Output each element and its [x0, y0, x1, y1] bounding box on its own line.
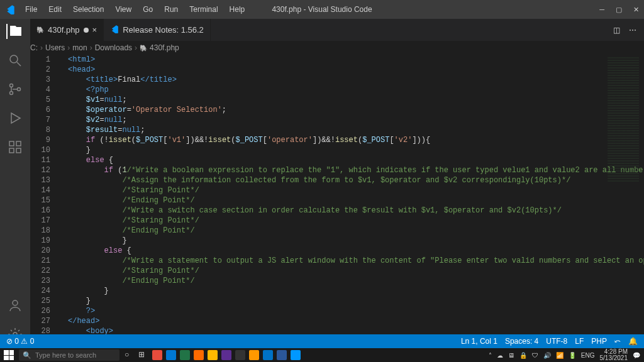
menu-go[interactable]: Go [138, 3, 158, 16]
code-line[interactable]: </head> [68, 316, 606, 326]
code-line[interactable]: $v1=null; [68, 95, 606, 105]
code-area[interactable]: <html><head> <title>Final</title> <?php … [68, 55, 606, 348]
line-number: 17 [30, 216, 50, 226]
code-line[interactable]: } [68, 145, 606, 155]
explorer-icon[interactable] [6, 24, 23, 39]
run-debug-icon[interactable] [8, 111, 23, 126]
app-icon[interactable] [249, 350, 259, 360]
code-line[interactable]: $operator='Operator Selection'; [68, 105, 606, 115]
code-line[interactable]: /*Assign the information collected from … [68, 175, 606, 185]
app-icon[interactable] [221, 350, 231, 360]
breadcrumb[interactable]: C:›Users›mon›Downloads›🐘430f.php [0, 41, 644, 55]
tray-icon[interactable]: 🔊 [543, 352, 551, 359]
source-control-icon[interactable] [8, 82, 23, 97]
close-icon[interactable]: ✕ [633, 6, 639, 14]
editor[interactable]: 1234567891011121314151617181920212223242… [30, 55, 644, 348]
code-line[interactable]: else { [68, 246, 606, 256]
task-view-icon[interactable]: ⊞ [138, 350, 148, 360]
app-icon[interactable] [235, 350, 245, 360]
app-icon[interactable] [208, 350, 218, 360]
tray-icon[interactable]: 🛡 [532, 352, 538, 359]
code-line[interactable]: /*Ending Point*/ [68, 195, 606, 206]
taskbar-search[interactable]: 🔍 Type here to search [19, 349, 119, 361]
code-line[interactable]: if (1/*Write a boolean expression to rep… [68, 165, 606, 175]
breadcrumb-segment[interactable]: Downloads [95, 43, 132, 52]
menu-selection[interactable]: Selection [68, 3, 109, 16]
menu-help[interactable]: Help [225, 3, 250, 16]
code-line[interactable]: <?php [68, 85, 606, 95]
menu-edit[interactable]: Edit [43, 3, 67, 16]
code-line[interactable]: $result=null; [68, 125, 606, 135]
status-item[interactable]: 🔔 [628, 337, 638, 346]
code-line[interactable]: <html> [68, 55, 606, 65]
tray-clock[interactable]: 4:28 PM5/13/2021 [600, 349, 628, 361]
close-tab-icon[interactable]: × [92, 25, 97, 35]
app-icon[interactable] [263, 350, 273, 360]
code-line[interactable]: $v2=null; [68, 115, 606, 125]
status-item[interactable]: UTF-8 [546, 337, 567, 346]
code-line[interactable]: else { [68, 155, 606, 165]
notifications-icon[interactable]: 💬 [633, 352, 640, 359]
app-icon[interactable] [180, 350, 190, 360]
minimap[interactable] [608, 57, 639, 183]
accounts-icon[interactable] [8, 298, 23, 313]
svg-rect-8 [16, 148, 21, 153]
cortana-icon[interactable]: ○ [125, 350, 135, 360]
tab-label: 430f.php [48, 25, 80, 35]
code-line[interactable]: /*Write a statement to output a JS alert… [68, 256, 606, 266]
status-item[interactable]: Spaces: 4 [505, 337, 538, 346]
line-number: 15 [30, 195, 50, 206]
code-line[interactable]: /*Staring Point*/ [68, 266, 606, 276]
code-line[interactable]: } [68, 296, 606, 306]
menu-run[interactable]: Run [159, 3, 183, 16]
status-item[interactable]: Ln 1, Col 1 [461, 337, 497, 346]
line-number: 7 [30, 115, 50, 125]
menu-terminal[interactable]: Terminal [184, 3, 223, 16]
split-editor-icon[interactable]: ◫ [613, 26, 620, 35]
code-line[interactable]: /*Ending Point*/ [68, 276, 606, 286]
code-line[interactable]: } [68, 286, 606, 296]
line-number: 6 [30, 105, 50, 115]
app-icon[interactable] [194, 350, 204, 360]
start-button[interactable] [4, 350, 14, 360]
status-item[interactable]: PHP [591, 337, 607, 346]
menu-view[interactable]: View [110, 3, 136, 16]
line-number: 4 [30, 85, 50, 95]
tray-icon[interactable]: 🔋 [569, 352, 576, 359]
app-icon[interactable] [277, 350, 287, 360]
code-line[interactable]: /*Staring Point*/ [68, 216, 606, 226]
tab-430f-php[interactable]: 🐘430f.php× [30, 19, 104, 41]
minimize-icon[interactable]: ─ [599, 6, 604, 14]
code-line[interactable]: } [68, 236, 606, 246]
breadcrumb-segment[interactable]: mon [72, 43, 87, 52]
tab-release-notes-1-56-2[interactable]: Release Notes: 1.56.2 [104, 19, 211, 41]
code-line[interactable]: /*Ending Point*/ [68, 226, 606, 236]
code-line[interactable]: <head> [68, 65, 606, 75]
breadcrumb-segment[interactable]: 430f.php [150, 43, 179, 52]
vscode-taskbar-icon[interactable] [291, 350, 301, 360]
tray-icon[interactable]: 🔒 [519, 352, 527, 359]
code-line[interactable]: /*Write a switch case section in order c… [68, 206, 606, 216]
status-item[interactable]: ⤺ [614, 337, 621, 346]
app-icon[interactable] [166, 350, 176, 360]
status-item[interactable]: ⊘ 0 ⚠ 0 [6, 337, 34, 346]
code-line[interactable]: if (!isset($_POST['v1'])&&!isset($_POST[… [68, 135, 606, 145]
tray-icon[interactable]: ☁ [497, 352, 503, 359]
menu-file[interactable]: File [20, 3, 42, 16]
tray-lang[interactable]: ENG [581, 352, 595, 359]
breadcrumb-segment[interactable]: C: [30, 43, 38, 52]
maximize-icon[interactable]: ▢ [616, 6, 622, 14]
code-line[interactable]: <title>Final</title> [68, 75, 606, 85]
tray-icon[interactable]: 🖥 [508, 352, 514, 359]
code-line[interactable]: /*Staring Point*/ [68, 185, 606, 195]
extensions-icon[interactable] [8, 140, 23, 155]
app-icon[interactable] [152, 350, 162, 360]
search-icon[interactable] [8, 53, 23, 68]
breadcrumb-segment[interactable]: Users [45, 43, 65, 52]
status-item[interactable]: LF [575, 337, 584, 346]
tray-chevron-icon[interactable]: ˄ [489, 352, 492, 359]
system-tray: ˄ ☁ 🖥 🔒 🛡 🔊 📶 🔋 ENG 4:28 PM5/13/2021 💬 [489, 349, 640, 361]
tray-icon[interactable]: 📶 [556, 352, 564, 359]
more-actions-icon[interactable]: ⋯ [629, 26, 636, 35]
code-line[interactable]: ?> [68, 306, 606, 316]
